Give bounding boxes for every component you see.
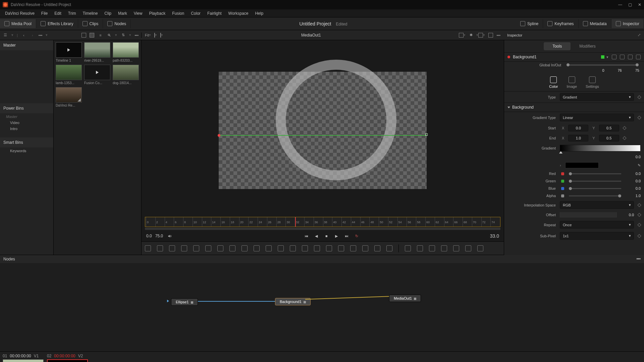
workspace-effects-library[interactable]: Effects Library — [36, 19, 78, 28]
tool-crop-icon[interactable] — [314, 245, 320, 251]
power-bin-intro[interactable]: Intro — [0, 125, 53, 131]
workspace-spline[interactable]: Spline — [516, 19, 543, 28]
close-icon[interactable]: ✕ — [638, 2, 641, 7]
thumb-grid-icon[interactable] — [90, 33, 94, 38]
tool-text-icon[interactable] — [169, 245, 175, 251]
smart-bin-keywords[interactable]: Keywords — [0, 147, 53, 154]
tool-merge-icon[interactable] — [157, 245, 163, 251]
workspace-inspector[interactable]: Inspector — [611, 19, 644, 28]
grad-stop-right[interactable] — [638, 151, 641, 154]
eyedropper-icon[interactable]: ✎ — [638, 163, 641, 168]
tool-pns-icon[interactable] — [417, 245, 423, 251]
start-keyframe-icon[interactable] — [623, 126, 626, 130]
clip-river29519[interactable]: river-29519... — [84, 42, 110, 62]
node-link-2[interactable] — [305, 296, 389, 300]
sort-icon[interactable]: ⇅ — [120, 33, 126, 38]
gradient-line[interactable] — [219, 135, 427, 136]
workspace-keyframes[interactable]: Keyframes — [543, 19, 578, 28]
workspace-media-pool[interactable]: Media Pool — [0, 19, 36, 28]
workspace-clips[interactable]: Clips — [78, 19, 103, 28]
subpixel-dropdown[interactable]: 1x1▾ — [560, 232, 634, 240]
grad-stop-left[interactable] — [559, 151, 562, 154]
minimize-icon[interactable]: — — [618, 2, 622, 7]
clip2-thumb[interactable]: ▦ — [47, 359, 88, 362]
menu-workspace[interactable]: Workspace — [225, 10, 252, 17]
time-ruler[interactable]: 0246810121416182022242628303234363840424… — [145, 217, 500, 227]
red-slider[interactable] — [569, 173, 621, 174]
thumb-list-icon[interactable]: ≡ — [98, 33, 103, 38]
menu-trim[interactable]: Trim — [65, 10, 79, 17]
nav-back-icon[interactable]: ‹ — [21, 33, 26, 38]
first-frame-button[interactable]: ⏮︎ — [303, 233, 310, 239]
tool-ss3d-icon[interactable] — [453, 245, 459, 251]
play-button[interactable]: ▶︎ — [333, 233, 340, 239]
start-y-input[interactable] — [599, 125, 619, 131]
mute-button[interactable]: 🔊︎ — [166, 233, 173, 239]
enable-toggle[interactable] — [601, 55, 604, 59]
view-opt4-icon[interactable]: ✱ — [468, 33, 474, 38]
nav-fwd-icon[interactable]: › — [30, 33, 35, 38]
node-name[interactable]: Background1 — [513, 55, 601, 59]
loop-button[interactable]: ↻ — [353, 233, 360, 239]
lock-icon[interactable] — [628, 55, 633, 59]
clip-path83203[interactable]: path-83203... — [113, 42, 139, 62]
mask-ring[interactable] — [276, 60, 396, 180]
menu-playback[interactable]: Playback — [146, 10, 168, 17]
interp-keyframe-icon[interactable] — [637, 203, 641, 207]
alpha-slider[interactable] — [569, 195, 621, 196]
type-dropdown[interactable]: Gradient▾ — [560, 93, 634, 101]
tool-light-icon[interactable] — [477, 245, 483, 251]
start-x-input[interactable] — [568, 125, 588, 131]
end-y-input[interactable] — [599, 135, 619, 141]
versions-icon[interactable] — [612, 55, 616, 59]
gradtype-keyframe-icon[interactable] — [637, 116, 641, 119]
tab-image[interactable]: Image — [567, 76, 577, 88]
red-value[interactable]: 0.0 — [626, 172, 641, 176]
last-frame-button[interactable]: ⏭︎ — [343, 233, 350, 239]
repeat-keyframe-icon[interactable] — [637, 223, 641, 227]
tool-tracker-icon[interactable] — [193, 245, 199, 251]
grad-type-dropdown[interactable]: Linear▾ — [560, 114, 634, 121]
power-bin-master[interactable]: Master — [0, 113, 53, 119]
tab-color[interactable]: Color — [549, 76, 558, 88]
tool-particles-icon[interactable] — [405, 245, 411, 251]
green-value[interactable]: 0.0 — [626, 179, 641, 183]
gradient-pos-value[interactable]: 0.0 — [626, 155, 641, 159]
interp-dropdown[interactable]: RGB▾ — [560, 201, 634, 209]
menu-timeline[interactable]: Timeline — [79, 10, 101, 17]
master-bin[interactable]: Master — [0, 40, 53, 50]
tool-transform-icon[interactable] — [290, 245, 296, 251]
end-keyframe-icon[interactable] — [623, 136, 626, 140]
menu-edit[interactable]: Edit — [51, 10, 64, 17]
workspace-metadata[interactable]: Metadata — [579, 19, 611, 28]
dots3[interactable]: ••• — [496, 33, 500, 37]
menu-help[interactable]: Help — [252, 10, 266, 17]
power-bins-header[interactable]: Power Bins — [0, 103, 53, 113]
type-keyframe-icon[interactable] — [637, 95, 641, 99]
tool-glow-icon[interactable] — [350, 245, 356, 251]
tool-mask-bspline-icon[interactable] — [254, 245, 260, 251]
menu-fusion[interactable]: Fusion — [169, 10, 187, 17]
menu-fairlight[interactable]: Fairlight — [204, 10, 225, 17]
gradient-end-handle[interactable] — [425, 133, 428, 136]
tab-modifiers[interactable]: Modifiers — [571, 42, 604, 50]
global-range-slider[interactable] — [567, 64, 639, 66]
pin-icon[interactable] — [620, 55, 625, 59]
menu-file[interactable]: File — [38, 10, 51, 17]
node-link-1[interactable] — [198, 301, 276, 302]
tool-fastnoise-icon[interactable] — [441, 245, 447, 251]
tool-hue-icon[interactable] — [374, 245, 380, 251]
tc-current[interactable]: 33.0 — [490, 233, 499, 239]
tab-settings[interactable]: Settings — [586, 76, 599, 88]
clip-davincire[interactable]: DaVinci Re... — [56, 87, 82, 107]
subpixel-keyframe-icon[interactable] — [637, 234, 641, 238]
green-slider[interactable] — [569, 181, 621, 182]
tool-bright-icon[interactable] — [205, 245, 211, 251]
dots1[interactable]: ••• — [39, 33, 43, 37]
workspace-nodes[interactable]: Nodes — [103, 19, 131, 28]
gradient-start-handle[interactable] — [218, 134, 220, 137]
global-b[interactable]: 76 — [618, 68, 622, 72]
menu-mark[interactable]: Mark — [115, 10, 130, 17]
alpha-value[interactable]: 1.0 — [626, 194, 641, 198]
tool-cineon-icon[interactable] — [386, 245, 392, 251]
